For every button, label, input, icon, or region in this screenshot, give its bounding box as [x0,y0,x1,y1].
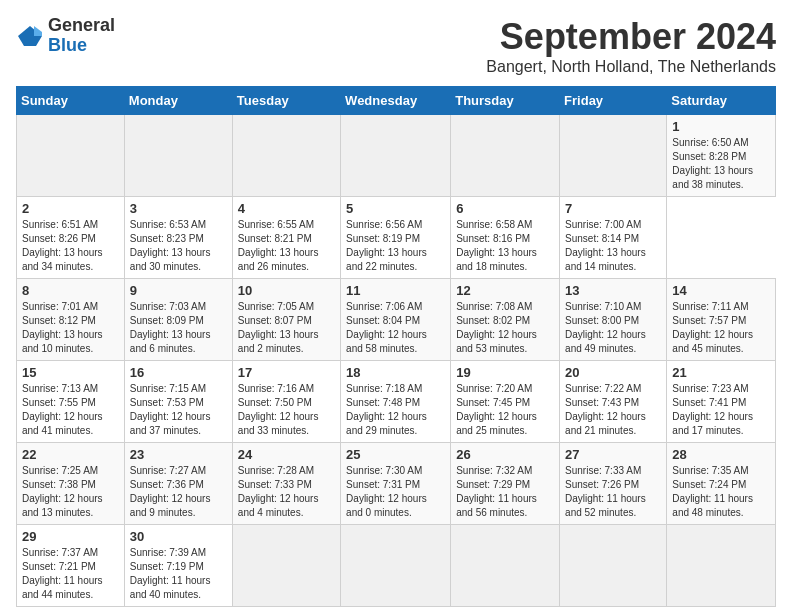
header-monday: Monday [124,87,232,115]
day-number: 20 [565,365,661,380]
day-content: Sunrise: 7:11 AMSunset: 7:57 PMDaylight:… [672,300,770,356]
day-number: 16 [130,365,227,380]
day-content: Sunrise: 7:39 AMSunset: 7:19 PMDaylight:… [130,546,227,602]
day-number: 19 [456,365,554,380]
empty-cell [560,115,667,197]
table-row: 25Sunrise: 7:30 AMSunset: 7:31 PMDayligh… [341,443,451,525]
empty-cell [232,525,340,607]
day-content: Sunrise: 7:00 AMSunset: 8:14 PMDaylight:… [565,218,661,274]
table-row: 18Sunrise: 7:18 AMSunset: 7:48 PMDayligh… [341,361,451,443]
day-content: Sunrise: 6:56 AMSunset: 8:19 PMDaylight:… [346,218,445,274]
table-row: 8Sunrise: 7:01 AMSunset: 8:12 PMDaylight… [17,279,125,361]
empty-cell [17,115,125,197]
header-saturday: Saturday [667,87,776,115]
empty-cell [124,115,232,197]
day-number: 26 [456,447,554,462]
day-number: 10 [238,283,335,298]
header-thursday: Thursday [451,87,560,115]
table-row: 27Sunrise: 7:33 AMSunset: 7:26 PMDayligh… [560,443,667,525]
calendar-header: SundayMondayTuesdayWednesdayThursdayFrid… [17,87,776,115]
table-row: 11Sunrise: 7:06 AMSunset: 8:04 PMDayligh… [341,279,451,361]
empty-cell [451,115,560,197]
day-content: Sunrise: 6:58 AMSunset: 8:16 PMDaylight:… [456,218,554,274]
day-content: Sunrise: 7:28 AMSunset: 7:33 PMDaylight:… [238,464,335,520]
table-row: 21Sunrise: 7:23 AMSunset: 7:41 PMDayligh… [667,361,776,443]
table-row: 3Sunrise: 6:53 AMSunset: 8:23 PMDaylight… [124,197,232,279]
location-subtitle: Bangert, North Holland, The Netherlands [486,58,776,76]
logo-general-text: General [48,16,115,36]
table-row: 1Sunrise: 6:50 AMSunset: 8:28 PMDaylight… [667,115,776,197]
day-content: Sunrise: 6:53 AMSunset: 8:23 PMDaylight:… [130,218,227,274]
table-row: 24Sunrise: 7:28 AMSunset: 7:33 PMDayligh… [232,443,340,525]
day-content: Sunrise: 7:18 AMSunset: 7:48 PMDaylight:… [346,382,445,438]
day-content: Sunrise: 7:05 AMSunset: 8:07 PMDaylight:… [238,300,335,356]
day-number: 1 [672,119,770,134]
day-content: Sunrise: 7:16 AMSunset: 7:50 PMDaylight:… [238,382,335,438]
table-row: 17Sunrise: 7:16 AMSunset: 7:50 PMDayligh… [232,361,340,443]
day-content: Sunrise: 7:30 AMSunset: 7:31 PMDaylight:… [346,464,445,520]
table-row: 22Sunrise: 7:25 AMSunset: 7:38 PMDayligh… [17,443,125,525]
day-number: 9 [130,283,227,298]
svg-marker-1 [34,26,42,36]
day-content: Sunrise: 6:51 AMSunset: 8:26 PMDaylight:… [22,218,119,274]
day-number: 18 [346,365,445,380]
table-row: 30Sunrise: 7:39 AMSunset: 7:19 PMDayligh… [124,525,232,607]
month-title: September 2024 [486,16,776,58]
day-content: Sunrise: 7:22 AMSunset: 7:43 PMDaylight:… [565,382,661,438]
table-row: 19Sunrise: 7:20 AMSunset: 7:45 PMDayligh… [451,361,560,443]
title-area: September 2024 Bangert, North Holland, T… [486,16,776,76]
empty-cell [341,115,451,197]
day-number: 29 [22,529,119,544]
empty-cell [560,525,667,607]
day-content: Sunrise: 6:55 AMSunset: 8:21 PMDaylight:… [238,218,335,274]
empty-cell [667,525,776,607]
day-number: 3 [130,201,227,216]
day-content: Sunrise: 7:01 AMSunset: 8:12 PMDaylight:… [22,300,119,356]
logo: General Blue [16,16,115,56]
day-number: 5 [346,201,445,216]
empty-cell [451,525,560,607]
day-number: 23 [130,447,227,462]
day-content: Sunrise: 7:08 AMSunset: 8:02 PMDaylight:… [456,300,554,356]
table-row: 26Sunrise: 7:32 AMSunset: 7:29 PMDayligh… [451,443,560,525]
table-row: 6Sunrise: 6:58 AMSunset: 8:16 PMDaylight… [451,197,560,279]
day-number: 27 [565,447,661,462]
day-number: 12 [456,283,554,298]
table-row: 10Sunrise: 7:05 AMSunset: 8:07 PMDayligh… [232,279,340,361]
table-row: 28Sunrise: 7:35 AMSunset: 7:24 PMDayligh… [667,443,776,525]
day-number: 30 [130,529,227,544]
day-content: Sunrise: 7:25 AMSunset: 7:38 PMDaylight:… [22,464,119,520]
day-content: Sunrise: 7:27 AMSunset: 7:36 PMDaylight:… [130,464,227,520]
header-wednesday: Wednesday [341,87,451,115]
day-number: 17 [238,365,335,380]
day-content: Sunrise: 7:10 AMSunset: 8:00 PMDaylight:… [565,300,661,356]
table-row: 15Sunrise: 7:13 AMSunset: 7:55 PMDayligh… [17,361,125,443]
logo-blue-text: Blue [48,36,115,56]
header-friday: Friday [560,87,667,115]
table-row: 20Sunrise: 7:22 AMSunset: 7:43 PMDayligh… [560,361,667,443]
day-content: Sunrise: 7:15 AMSunset: 7:53 PMDaylight:… [130,382,227,438]
day-number: 13 [565,283,661,298]
table-row: 5Sunrise: 6:56 AMSunset: 8:19 PMDaylight… [341,197,451,279]
day-number: 2 [22,201,119,216]
empty-cell [232,115,340,197]
table-row: 14Sunrise: 7:11 AMSunset: 7:57 PMDayligh… [667,279,776,361]
day-content: Sunrise: 7:23 AMSunset: 7:41 PMDaylight:… [672,382,770,438]
day-content: Sunrise: 7:33 AMSunset: 7:26 PMDaylight:… [565,464,661,520]
table-row: 2Sunrise: 6:51 AMSunset: 8:26 PMDaylight… [17,197,125,279]
table-row: 13Sunrise: 7:10 AMSunset: 8:00 PMDayligh… [560,279,667,361]
table-row: 7Sunrise: 7:00 AMSunset: 8:14 PMDaylight… [560,197,667,279]
calendar-table: SundayMondayTuesdayWednesdayThursdayFrid… [16,86,776,607]
table-row: 4Sunrise: 6:55 AMSunset: 8:21 PMDaylight… [232,197,340,279]
day-number: 28 [672,447,770,462]
table-row: 16Sunrise: 7:15 AMSunset: 7:53 PMDayligh… [124,361,232,443]
day-content: Sunrise: 7:32 AMSunset: 7:29 PMDaylight:… [456,464,554,520]
day-content: Sunrise: 7:06 AMSunset: 8:04 PMDaylight:… [346,300,445,356]
header-tuesday: Tuesday [232,87,340,115]
day-content: Sunrise: 6:50 AMSunset: 8:28 PMDaylight:… [672,136,770,192]
day-number: 22 [22,447,119,462]
table-row: 9Sunrise: 7:03 AMSunset: 8:09 PMDaylight… [124,279,232,361]
day-number: 21 [672,365,770,380]
day-number: 15 [22,365,119,380]
empty-cell [341,525,451,607]
